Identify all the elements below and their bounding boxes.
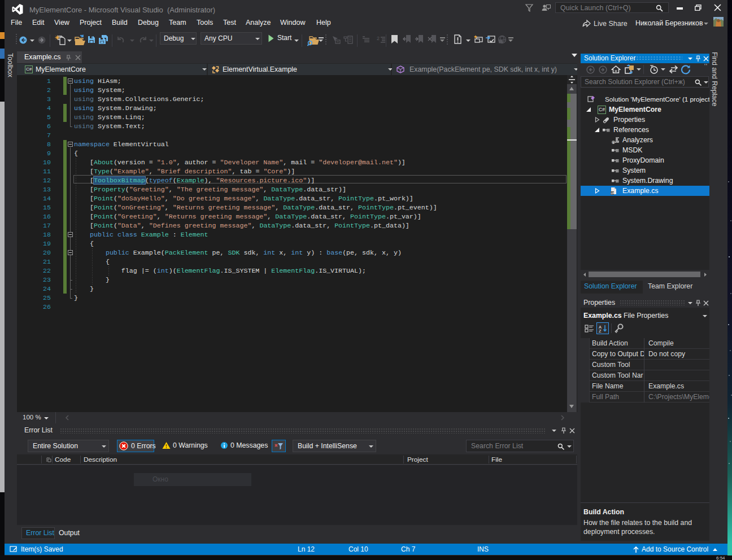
- svg-text:Z: Z: [599, 329, 602, 333]
- svg-text:c#: c#: [611, 191, 615, 195]
- svg-text:i: i: [613, 141, 614, 145]
- svg-text:2: 2: [377, 36, 380, 41]
